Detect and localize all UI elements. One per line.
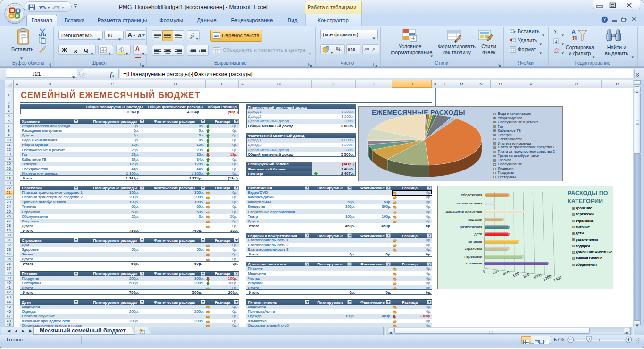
svg-text:Я: Я xyxy=(572,34,577,42)
svg-text:,00: ,00 xyxy=(364,47,369,51)
svg-text:a: a xyxy=(216,49,218,53)
svg-text:,0: ,0 xyxy=(372,47,375,51)
svg-text:?: ? xyxy=(603,17,606,22)
